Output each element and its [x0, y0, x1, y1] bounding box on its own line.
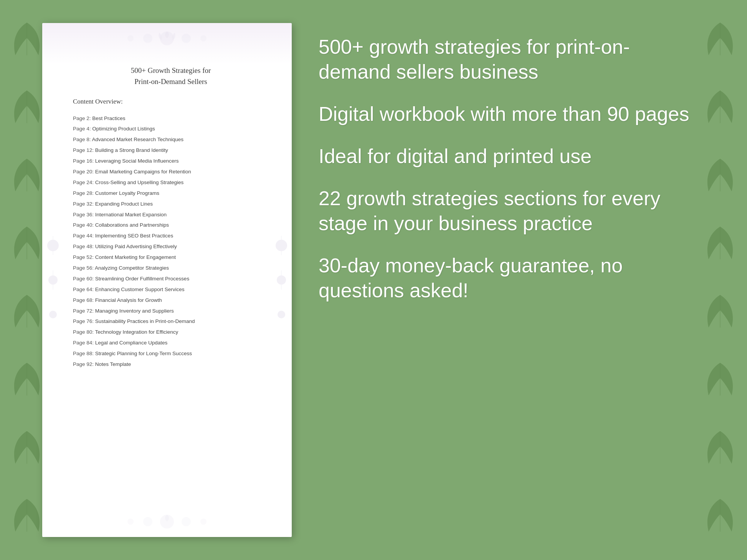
list-item: Page 92: Notes Template	[73, 359, 269, 370]
doc-floral-side-left	[42, 54, 63, 506]
document-content: 500+ Growth Strategies for Print-on-Dema…	[73, 42, 269, 370]
list-item: Page 56: Analyzing Competitor Strategies	[73, 263, 269, 273]
document: 500+ Growth Strategies for Print-on-Dema…	[42, 23, 292, 537]
list-item: Page 24: Cross-Selling and Upselling Str…	[73, 177, 269, 188]
right-text-block: 22 growth strategies sections for every …	[319, 186, 695, 236]
svg-point-6	[143, 517, 152, 526]
toc-heading: Content Overview:	[73, 98, 269, 105]
list-item: Page 36: International Market Expansion	[73, 209, 269, 220]
right-text-block: 500+ growth strategies for print-on-dema…	[319, 35, 695, 84]
list-item: Page 8: Advanced Market Research Techniq…	[73, 135, 269, 145]
svg-point-15	[278, 311, 285, 318]
toc-list: Page 2: Best PracticesPage 4: Optimizing…	[73, 113, 269, 370]
list-item: Page 44: Implementing SEO Best Practices	[73, 231, 269, 242]
list-item: Page 28: Customer Loyalty Programs	[73, 188, 269, 199]
list-item: Page 40: Collaborations and Partnerships	[73, 220, 269, 231]
document-title: 500+ Growth Strategies for Print-on-Dema…	[73, 65, 269, 87]
svg-point-4	[200, 35, 207, 41]
svg-point-12	[49, 311, 57, 318]
doc-floral-bottom	[42, 506, 292, 537]
list-item: Page 80: Technology Integration for Effi…	[73, 327, 269, 338]
list-item: Page 84: Legal and Compliance Updates	[73, 338, 269, 349]
svg-point-3	[127, 35, 134, 41]
list-item: Page 4: Optimizing Product Listings	[73, 124, 269, 135]
right-text-block: Digital workbook with more than 90 pages	[319, 102, 695, 127]
list-item: Page 32: Expanding Product Lines	[73, 199, 269, 209]
list-item: Page 48: Utilizing Paid Advertising Effe…	[73, 242, 269, 252]
list-item: Page 2: Best Practices	[73, 113, 269, 124]
list-item: Page 76: Sustainability Practices in Pri…	[73, 316, 269, 327]
svg-point-2	[182, 34, 191, 43]
svg-point-8	[127, 519, 134, 525]
right-panel: 500+ growth strategies for print-on-dema…	[311, 27, 718, 328]
right-text-block: 30-day money-back guarantee, no question…	[319, 253, 695, 303]
list-item: Page 60: Streamlining Order Fulfillment …	[73, 273, 269, 284]
svg-point-7	[182, 517, 191, 526]
list-item: Page 88: Strategic Planning for Long-Ter…	[73, 349, 269, 359]
list-item: Page 16: Leveraging Social Media Influen…	[73, 156, 269, 167]
svg-point-1	[143, 34, 152, 43]
list-item: Page 12: Building a Strong Brand Identit…	[73, 145, 269, 156]
list-item: Page 72: Managing Inventory and Supplier…	[73, 306, 269, 316]
list-item: Page 64: Enhancing Customer Support Serv…	[73, 284, 269, 295]
list-item: Page 20: Email Marketing Campaigns for R…	[73, 166, 269, 177]
list-item: Page 68: Financial Analysis for Growth	[73, 295, 269, 306]
svg-point-9	[200, 519, 207, 525]
list-item: Page 52: Content Marketing for Engagemen…	[73, 252, 269, 263]
doc-floral-side-right	[271, 54, 292, 506]
right-text-block: Ideal for digital and printed use	[319, 144, 695, 169]
